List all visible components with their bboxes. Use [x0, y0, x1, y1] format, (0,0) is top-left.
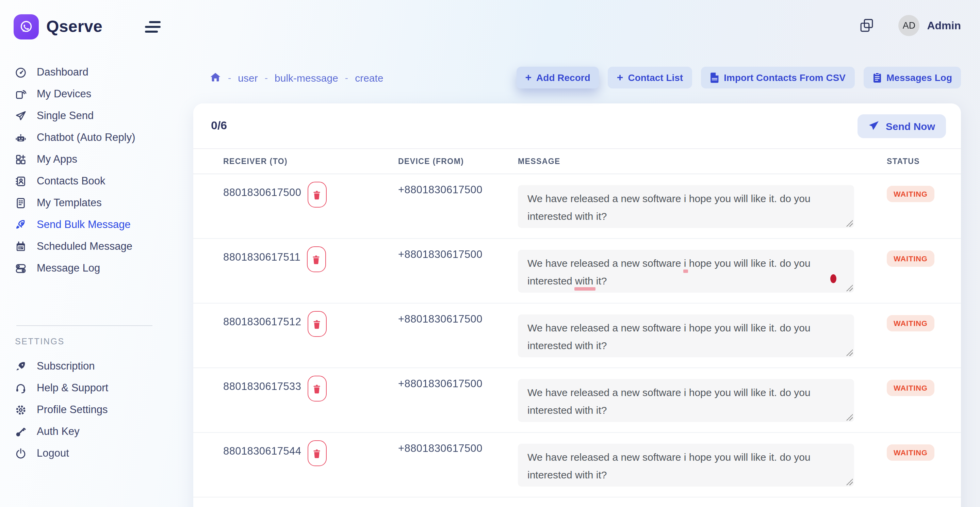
- sidebar: Qserve DashboardMy DevicesSingle SendCha…: [0, 0, 192, 507]
- sidebar-item-chatbot[interactable]: Chatbot (Auto Reply): [0, 127, 192, 148]
- sidebar-item-label: Dashboard: [37, 66, 89, 78]
- plus-icon: +: [617, 73, 624, 82]
- delete-row-button[interactable]: [307, 246, 326, 272]
- sidebar-nav: DashboardMy DevicesSingle SendChatbot (A…: [0, 61, 192, 279]
- sidebar-item-my-templates[interactable]: My Templates: [0, 192, 192, 214]
- receiver-number: 8801830617500: [223, 186, 301, 199]
- trash-icon: [312, 189, 322, 200]
- delete-row-button[interactable]: [307, 376, 326, 402]
- receiver-number: 8801830617533: [223, 380, 301, 393]
- send-now-button[interactable]: Send Now: [858, 114, 946, 138]
- sidebar-item-subscription[interactable]: Subscription: [0, 355, 192, 377]
- bulk-message-card: 0/6 Send Now RECEIVER (TO)DEVICE (FROM)M…: [193, 103, 961, 507]
- message-textarea[interactable]: We have released a new software i hope y…: [518, 379, 854, 422]
- plane-icon: [14, 110, 27, 122]
- progress-counter: 0/6: [211, 119, 227, 133]
- table-row: 8801830617512 +8801830617500 We have rel…: [193, 304, 961, 368]
- message-textarea[interactable]: We have released a new software i hope y…: [518, 185, 854, 228]
- sidebar-item-send-bulk-message[interactable]: Send Bulk Message: [0, 214, 192, 235]
- sidebar-item-my-apps[interactable]: My Apps: [0, 148, 192, 170]
- messages-log-button[interactable]: Messages Log: [863, 67, 961, 89]
- sidebar-item-label: Single Send: [37, 110, 94, 122]
- sidebar-item-label: Help & Support: [37, 382, 108, 394]
- sidebar-item-dashboard[interactable]: Dashboard: [0, 61, 192, 83]
- status-badge: WAITING: [887, 380, 934, 396]
- template-icon: [14, 197, 27, 209]
- device-number: +8801830617500: [398, 184, 482, 195]
- add-record-button[interactable]: +Add Record: [516, 67, 599, 89]
- status-badge: WAITING: [887, 315, 934, 331]
- sidebar-divider: [16, 325, 153, 326]
- delete-row-button[interactable]: [307, 311, 326, 337]
- resize-handle[interactable]: [846, 284, 853, 291]
- trash-icon: [311, 254, 321, 264]
- copy-icon[interactable]: [859, 18, 874, 33]
- column-header: MESSAGE: [518, 157, 887, 165]
- rocket-icon: [14, 218, 27, 231]
- import-csv-button[interactable]: Import Contacts From CSV: [701, 67, 854, 89]
- sidebar-item-profile-settings[interactable]: Profile Settings: [0, 399, 192, 421]
- robot-icon: [14, 131, 27, 144]
- table-body: 8801830617500 +8801830617500 We have rel…: [193, 174, 961, 497]
- sidebar-item-help-support[interactable]: Help & Support: [0, 377, 192, 399]
- message-textarea[interactable]: We have released a new software i hope y…: [518, 444, 854, 486]
- sidebar-item-single-send[interactable]: Single Send: [0, 105, 192, 127]
- breadcrumb-item-create[interactable]: create: [355, 72, 383, 83]
- sidebar-item-auth-key[interactable]: Auth Key: [0, 421, 192, 442]
- receiver-number: 8801830617512: [223, 315, 301, 329]
- avatar[interactable]: AD: [898, 15, 920, 36]
- top-header: AD Admin: [192, 0, 980, 51]
- resize-handle[interactable]: [846, 220, 853, 227]
- toggles-icon: [14, 262, 27, 274]
- table-row: 8801830617533 +8801830617500 We have rel…: [193, 368, 961, 433]
- home-icon[interactable]: [210, 72, 221, 83]
- message-textarea[interactable]: We have released a new software i hope y…: [518, 250, 854, 292]
- status-badge: WAITING: [887, 444, 934, 461]
- breadcrumb-item-bulk-message[interactable]: bulk-message: [275, 72, 338, 83]
- key-icon: [14, 425, 27, 437]
- contacts-icon: [14, 175, 27, 187]
- device-number: +8801830617500: [398, 313, 482, 324]
- breadcrumb-separator: -: [265, 72, 268, 83]
- resize-handle[interactable]: [846, 349, 853, 356]
- column-header: DEVICE (FROM): [398, 157, 518, 165]
- breadcrumb-separator: -: [228, 72, 231, 83]
- table-row: 8801830617500 +8801830617500 We have rel…: [193, 174, 961, 239]
- sidebar-item-scheduled-message[interactable]: Scheduled Message: [0, 235, 192, 257]
- sidebar-item-label: Chatbot (Auto Reply): [37, 131, 135, 144]
- whatsapp-logo-icon: [14, 14, 39, 39]
- device-number: +8801830617500: [398, 248, 482, 260]
- device-icon: [14, 88, 27, 100]
- table-row: 8801830617544 +8801830617500 We have rel…: [193, 433, 961, 497]
- delete-row-button[interactable]: [307, 182, 326, 208]
- trash-icon: [312, 319, 322, 329]
- delete-row-button[interactable]: [307, 440, 326, 466]
- toolbar: +Add Record+Contact ListImport Contacts …: [516, 67, 961, 89]
- apps-icon: [14, 153, 27, 165]
- resize-handle[interactable]: [846, 478, 853, 485]
- device-number: +8801830617500: [398, 442, 482, 454]
- user-name[interactable]: Admin: [927, 19, 961, 32]
- breadcrumb-item-user[interactable]: user: [238, 72, 258, 83]
- send-plane-icon: [869, 121, 880, 131]
- toolbar-button-label: Add Record: [536, 72, 590, 83]
- sidebar-item-message-log[interactable]: Message Log: [0, 257, 192, 279]
- device-number: +8801830617500: [398, 378, 482, 389]
- message-textarea[interactable]: We have released a new software i hope y…: [518, 315, 854, 357]
- sidebar-item-logout[interactable]: Logout: [0, 442, 192, 464]
- calendar-icon: [14, 240, 27, 253]
- sidebar-item-contacts-book[interactable]: Contacts Book: [0, 170, 192, 192]
- receiver-number: 8801830617544: [223, 444, 301, 458]
- contact-list-button[interactable]: +Contact List: [608, 67, 692, 89]
- resize-handle[interactable]: [846, 414, 853, 421]
- menu-toggle-icon[interactable]: [145, 21, 161, 32]
- sidebar-item-my-devices[interactable]: My Devices: [0, 83, 192, 105]
- sidebar-item-label: Subscription: [37, 360, 95, 372]
- sidebar-item-label: My Templates: [37, 197, 102, 209]
- sidebar-item-label: My Devices: [37, 88, 91, 100]
- sidebar-item-label: Message Log: [37, 262, 100, 274]
- main-area: AD Admin -user-bulk-message-create +Add …: [192, 0, 980, 507]
- sidebar-item-label: Scheduled Message: [37, 240, 132, 253]
- power-icon: [14, 447, 27, 459]
- rocket-filled-icon: [14, 360, 27, 372]
